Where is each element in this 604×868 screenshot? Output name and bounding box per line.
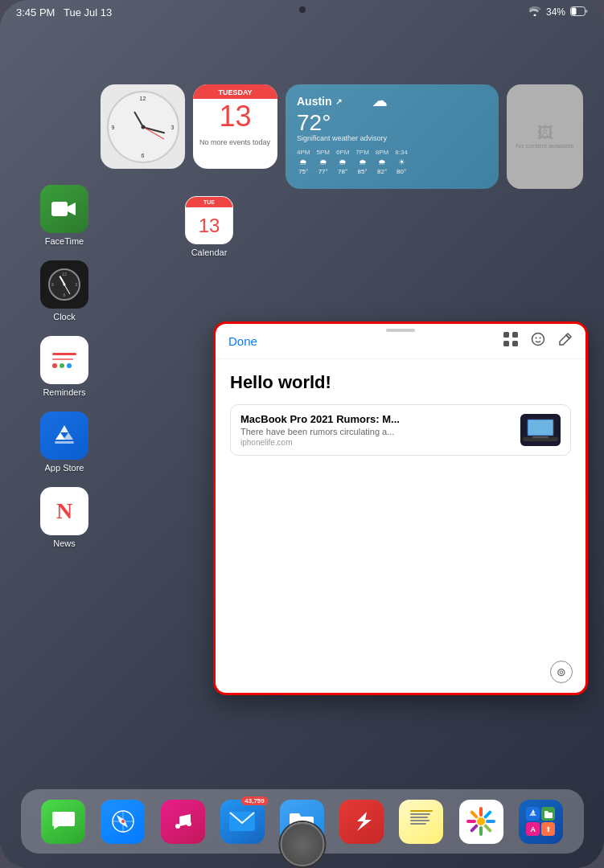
cal-events: No more events today <box>193 134 277 169</box>
svg-rect-4 <box>503 332 509 338</box>
notes-attribution-icon: ⊚ <box>550 661 573 683</box>
reminders-label: Reminders <box>43 387 85 397</box>
svg-point-9 <box>536 338 537 339</box>
weather-hour-4: 7PM 🌧 85° <box>355 149 368 175</box>
weather-desc: Significant weather advisory <box>297 134 387 142</box>
news-app[interactable]: N News <box>40 487 88 548</box>
clock-app-icon[interactable]: 12 3 6 9 <box>40 260 88 309</box>
facetime-label: FaceTime <box>45 236 84 246</box>
clock-face: 12 3 6 9 <box>107 91 179 163</box>
notes-footer: ⊚ <box>550 661 573 683</box>
notes-grid-icon[interactable] <box>503 332 518 350</box>
notes-toolbar-icons <box>503 332 573 350</box>
weather-hourly: 4PM 🌧 75° 5PM 🌧 77° 6PM 🌧 78° 7PM 🌧 85° … <box>297 149 487 175</box>
photo-widget-content: 🖼 No content available <box>507 84 583 189</box>
cal-date-num: 13 <box>193 102 277 131</box>
notes-link-thumbnail <box>520 414 561 446</box>
notes-done-button[interactable]: Done <box>228 334 257 348</box>
ipad-frame: 3:45 PM Tue Jul 13 34% <box>0 0 604 868</box>
facetime-icon[interactable] <box>40 185 88 233</box>
clock-app[interactable]: 12 3 6 9 Clock <box>40 260 88 321</box>
home-button[interactable] <box>280 822 324 866</box>
weather-temp: 72° <box>297 110 387 136</box>
mail-icon[interactable] <box>220 800 265 844</box>
spark-icon[interactable] <box>339 800 384 844</box>
cal-day-label: TUESDAY <box>199 88 271 96</box>
svg-rect-16 <box>532 436 549 438</box>
facetime-app[interactable]: FaceTime <box>40 185 88 246</box>
news-icon[interactable]: N <box>40 487 88 535</box>
reminders-app[interactable]: Reminders <box>40 336 88 397</box>
reminders-icon[interactable] <box>40 336 88 384</box>
notes-content: Hello world! MacBook Pro 2021 Rumors: M.… <box>216 359 586 469</box>
svg-rect-6 <box>503 341 509 346</box>
appstore-icon[interactable] <box>40 411 88 460</box>
notes-link-text: MacBook Pro 2021 Rumors: M... There have… <box>240 413 512 447</box>
svg-point-8 <box>532 334 544 346</box>
status-right: 34% <box>528 6 588 18</box>
weather-widget[interactable]: Austin ↗ ☁ 72° Significant weather advis… <box>286 84 499 189</box>
status-time: 3:45 PM Tue Jul 13 <box>16 6 112 18</box>
svg-point-20 <box>121 820 125 823</box>
notes-emoji-icon[interactable] <box>531 332 545 350</box>
safari-dock-app[interactable] <box>101 800 145 844</box>
appstore-app[interactable]: App Store <box>40 411 88 473</box>
front-camera <box>299 6 306 13</box>
calendar-app[interactable]: TUE 13 Calendar <box>185 196 233 257</box>
svg-rect-14 <box>528 420 553 435</box>
music-dock-app[interactable] <box>161 800 205 844</box>
svg-point-22 <box>187 821 191 826</box>
weather-arrow-icon: ↗ <box>335 97 342 106</box>
svg-rect-7 <box>512 341 518 346</box>
weather-hour-3: 6PM 🌧 78° <box>336 149 349 175</box>
wifi-icon <box>528 6 541 18</box>
notes-icon[interactable] <box>399 800 443 844</box>
clock-widget[interactable]: 12 3 6 9 <box>101 84 185 169</box>
svg-point-24 <box>477 817 485 825</box>
svg-rect-5 <box>512 332 518 338</box>
messages-icon[interactable] <box>41 800 85 844</box>
appstore-dock-icon[interactable]: A ⬆ <box>519 800 563 844</box>
calendar-small-widget[interactable]: TUESDAY 13 No more events today <box>193 84 277 169</box>
left-apps: FaceTime 12 3 6 9 Clock <box>40 185 88 548</box>
notes-link-card[interactable]: MacBook Pro 2021 Rumors: M... There have… <box>230 404 571 456</box>
cal-header: TUESDAY <box>193 84 277 99</box>
music-icon[interactable] <box>161 800 205 844</box>
svg-rect-3 <box>55 441 74 444</box>
mail-badge: 43,759 <box>241 796 267 805</box>
clock-app-label: Clock <box>53 312 76 321</box>
notes-link-excerpt: There have been rumors circulating a... <box>240 427 512 436</box>
cal-no-events: No more events today <box>199 138 271 146</box>
svg-rect-1 <box>572 8 577 15</box>
calendar-label: Calendar <box>191 248 228 257</box>
notes-link-title: MacBook Pro 2021 Rumors: M... <box>240 413 512 425</box>
weather-city: Austin ↗ ☁ <box>297 92 387 110</box>
notes-edit-icon[interactable] <box>558 332 573 350</box>
photos-dock-app[interactable] <box>459 800 503 844</box>
news-label: News <box>53 538 76 548</box>
notes-popup[interactable]: Done <box>213 321 588 695</box>
clock-center <box>141 125 145 129</box>
svg-point-21 <box>175 824 180 829</box>
weather-hour-6: 8:34 ☀ 80° <box>395 149 408 175</box>
weather-hour-2: 5PM 🌧 77° <box>316 149 329 175</box>
clock-sec-hand <box>142 126 163 139</box>
drag-handle <box>386 329 415 332</box>
battery-icon <box>570 6 588 18</box>
weather-hour-5: 8PM 🌧 82° <box>376 149 388 175</box>
photo-widget[interactable]: 🖼 No content available <box>507 84 583 189</box>
appstore-dock-app[interactable]: A ⬆ <box>519 800 563 844</box>
messages-dock-app[interactable] <box>41 800 85 844</box>
spark-dock-app[interactable] <box>339 800 384 844</box>
status-battery: 34% <box>546 6 565 18</box>
notes-dock-app[interactable] <box>399 800 443 844</box>
mail-dock-app[interactable]: 43,759 <box>220 800 265 844</box>
safari-icon[interactable] <box>101 800 145 844</box>
notes-link-domain: iphonelife.com <box>240 438 512 447</box>
photos-icon[interactable] <box>459 800 503 844</box>
appstore-label: App Store <box>45 463 84 473</box>
notes-title: Hello world! <box>230 372 571 393</box>
weather-hour-1: 4PM 🌧 75° <box>297 149 310 175</box>
calendar-icon[interactable]: TUE 13 <box>185 196 233 244</box>
svg-point-10 <box>540 338 541 339</box>
